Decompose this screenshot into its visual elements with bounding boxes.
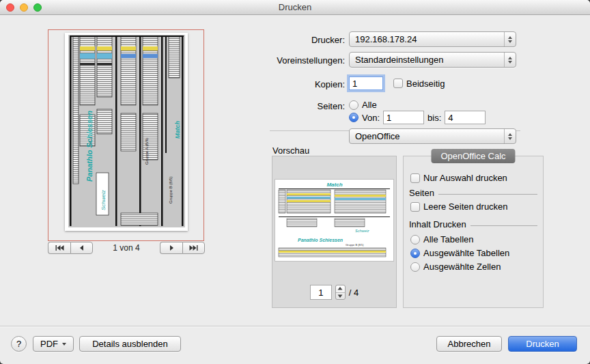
previous-page-button[interactable]: [70, 242, 93, 254]
copies-label: Kopien:: [205, 79, 345, 89]
all-tables-label: Alle Tabellen: [423, 234, 473, 244]
selected-tables-label: Ausgewählte Tabellen: [423, 248, 509, 258]
content-section-label: Inhalt Drucken: [409, 219, 466, 229]
empty-pages-label: Leere Seiten drucken: [423, 201, 508, 212]
details-toggle-button[interactable]: Details ausblenden: [79, 336, 181, 352]
thumbnail-page-input[interactable]: [310, 285, 332, 300]
only-selection-label: Nur Auswahl drucken: [423, 173, 507, 183]
print-preview-frame: Panathlo Schiessen Match Schweiz Gruppe …: [48, 29, 204, 241]
selected-tables-radio[interactable]: [410, 249, 420, 258]
printer-label: Drucker:: [205, 35, 345, 45]
preview-schweiz-text: Schweiz: [100, 190, 107, 210]
printer-popup[interactable]: 192.168.178.24: [349, 31, 516, 47]
footer-separator: [0, 326, 590, 326]
preview-pagination: 1 von 4: [48, 242, 205, 254]
thumbnail-page-controls: / 4: [272, 285, 396, 300]
thumb-gruppe-b-text: Gruppe B (8/5): [346, 243, 364, 247]
only-selection-checkbox[interactable]: [410, 173, 420, 183]
help-button[interactable]: ?: [11, 336, 27, 352]
selected-cells-label: Ausgewählte Zellen: [423, 262, 501, 272]
two-sided-label: Beidseitig: [406, 79, 445, 89]
section-rule: [470, 225, 537, 226]
app-section-popup[interactable]: OpenOffice: [349, 128, 516, 144]
forward-nav-group: [160, 242, 205, 254]
pages-range-radio[interactable]: [349, 113, 359, 122]
app-options-panel: OpenOffice Calc Nur Auswahl drucken Seit…: [403, 156, 544, 308]
back-nav-group: [48, 242, 93, 254]
thumbnail-page-total: / 4: [349, 288, 359, 298]
chevron-down-icon: [62, 343, 66, 346]
preview-gruppe-a-text: Gruppe A (8/4): [145, 138, 149, 165]
popup-arrows-icon: [504, 32, 516, 46]
previous-icon: [79, 245, 84, 251]
thumb-schweiz-text: Schweiz: [355, 229, 369, 233]
pdf-menu-button[interactable]: PDF: [33, 336, 74, 352]
printer-popup-value: 192.168.178.24: [350, 32, 504, 46]
vorschau-panel: Match Gruppe A (8/4) Schweiz Panathlo Sc…: [272, 156, 397, 308]
pages-all-label: Alle: [362, 100, 377, 110]
preview-gruppe-b-text: Gruppe B (8/5): [169, 176, 173, 204]
app-section-popup-value: OpenOffice: [350, 129, 504, 143]
first-page-button[interactable]: [48, 242, 70, 254]
presets-popup-value: Standardeinstellungen: [350, 53, 504, 67]
pages-to-input[interactable]: [445, 111, 486, 124]
options-panel-header: OpenOffice Calc: [431, 149, 515, 163]
thumbnail-page-graphic: Match Gruppe A (8/4) Schweiz Panathlo Sc…: [275, 179, 394, 262]
pages-label: Seiten:: [205, 101, 345, 111]
document-page-graphic: Panathlo Schiessen Match Schweiz Gruppe …: [65, 33, 188, 231]
page-indicator: 1 von 4: [113, 243, 139, 253]
pages-all-radio[interactable]: [349, 100, 359, 110]
preview-match-text: Match: [174, 120, 181, 139]
page-stepper-down-button[interactable]: [336, 293, 345, 300]
thumb-title-text: Panathlo Schiessen: [298, 238, 343, 242]
section-rule: [438, 194, 537, 195]
all-tables-radio[interactable]: [410, 235, 420, 244]
pages-from-input[interactable]: [383, 111, 424, 124]
print-button[interactable]: Drucken: [508, 336, 577, 352]
skip-to-first-icon: [55, 245, 64, 251]
print-dialog-window: Drucken: [0, 0, 590, 364]
skip-to-last-icon: [189, 245, 198, 251]
next-page-button[interactable]: [160, 242, 182, 254]
pdf-menu-label: PDF: [40, 339, 58, 349]
pages-section-label: Seiten: [409, 188, 434, 198]
window-title: Drucken: [0, 2, 590, 12]
last-page-button[interactable]: [182, 242, 205, 254]
vorschau-label: Vorschau: [272, 145, 309, 156]
print-preview-page: Panathlo Schiessen Match Schweiz Gruppe …: [65, 33, 188, 231]
titlebar: Drucken: [0, 0, 590, 15]
two-sided-checkbox[interactable]: [393, 79, 403, 88]
thumb-match-text: Match: [326, 182, 342, 188]
pages-from-label: Von:: [362, 113, 380, 123]
presets-label: Voreinstellungen:: [205, 55, 345, 66]
popup-arrows-icon: [504, 129, 516, 143]
cancel-button[interactable]: Abbrechen: [436, 336, 502, 352]
selected-cells-radio[interactable]: [410, 262, 420, 272]
vorschau-page-thumbnail: Match Gruppe A (8/4) Schweiz Panathlo Sc…: [275, 179, 394, 262]
page-stepper-up-button[interactable]: [336, 285, 345, 293]
next-icon: [169, 245, 174, 251]
copies-input[interactable]: [349, 76, 383, 90]
page-stepper: [335, 285, 346, 300]
presets-popup[interactable]: Standardeinstellungen: [349, 52, 516, 68]
preview-title-text: Panathlo Schiessen: [85, 111, 94, 182]
pages-to-label: bis:: [427, 113, 441, 123]
popup-arrows-icon: [504, 53, 516, 67]
up-triangle-icon: [337, 287, 343, 290]
down-triangle-icon: [337, 294, 343, 298]
empty-pages-checkbox[interactable]: [410, 202, 420, 212]
